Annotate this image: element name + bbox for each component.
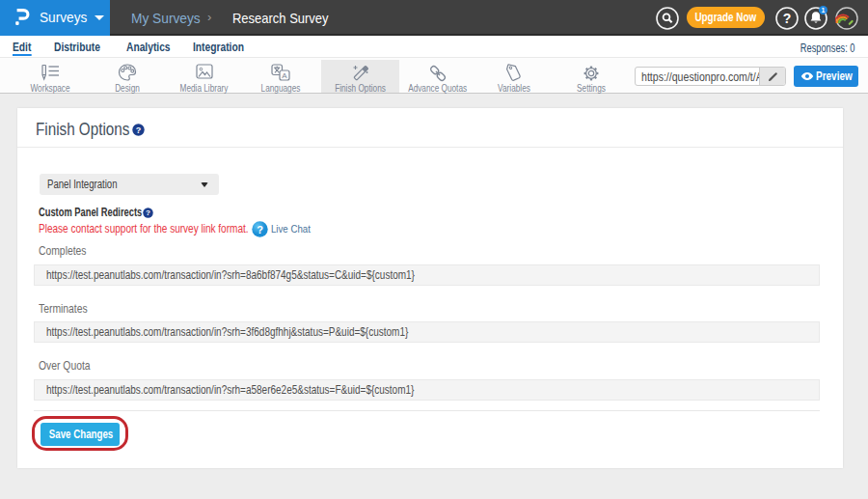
svg-text:?: ? bbox=[136, 125, 142, 135]
svg-text:?: ? bbox=[783, 11, 792, 26]
svg-text:?: ? bbox=[257, 224, 263, 236]
svg-text:A: A bbox=[282, 71, 287, 80]
svg-text:?: ? bbox=[146, 208, 150, 217]
